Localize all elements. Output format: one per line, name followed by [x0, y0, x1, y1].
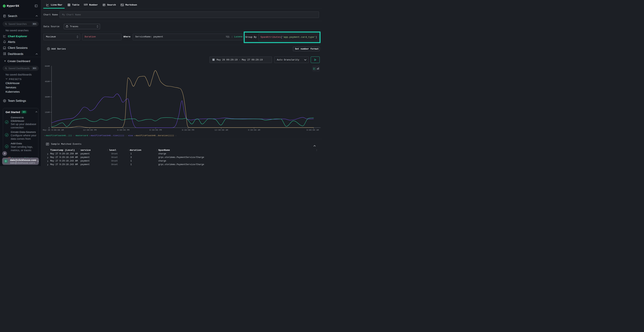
- svg-text:600M: 600M: [45, 65, 50, 67]
- svg-text:450M: 450M: [45, 80, 50, 83]
- svg-text:12:30:00 PM: 12:30:00 PM: [83, 129, 96, 131]
- svg-text:9:30:00 PM: 9:30:00 PM: [182, 129, 194, 131]
- svg-text:150M: 150M: [45, 111, 50, 114]
- svg-text:300M: 300M: [45, 96, 50, 98]
- svg-text:May 26 9:00:00 AM: May 26 9:00:00 AM: [43, 129, 64, 131]
- svg-text:3:30:00 PM: 3:30:00 PM: [117, 129, 129, 131]
- svg-text:3:30:00 AM: 3:30:00 AM: [248, 129, 260, 131]
- svg-text:12:30:00 AM: 12:30:00 AM: [214, 129, 228, 131]
- svg-text:6:30:00 PM: 6:30:00 PM: [149, 129, 162, 131]
- svg-text:9:00:00 AM: 9:00:00 AM: [306, 129, 319, 131]
